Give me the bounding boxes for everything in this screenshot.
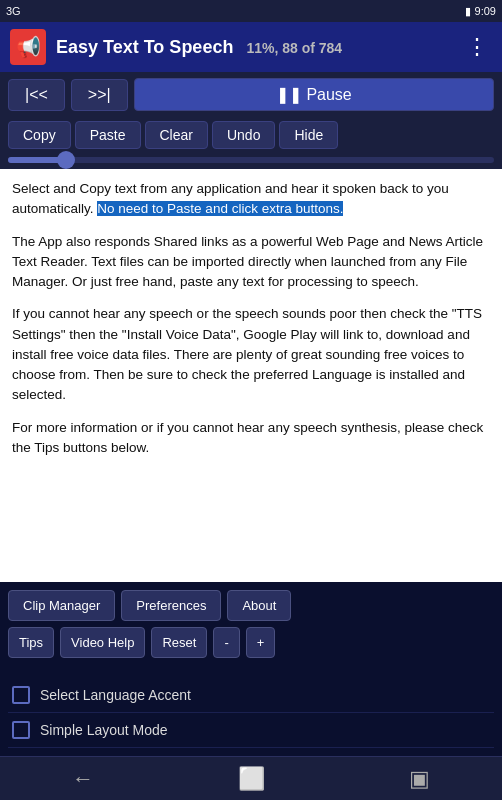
app-icon-emoji: 📢	[16, 35, 41, 59]
progress-info: 11%, 88 of 784	[246, 40, 342, 56]
undo-button[interactable]: Undo	[212, 121, 275, 149]
paragraph-1b-highlight: No need to Paste and click extra buttons…	[97, 201, 343, 216]
plus-button[interactable]: +	[246, 627, 276, 658]
pause-button[interactable]: ❚❚ Pause	[134, 78, 494, 111]
paragraph-1: Select and Copy text from any applicatio…	[12, 179, 490, 220]
button-row-2: Tips Video Help Reset - +	[8, 627, 494, 658]
app-icon: 📢	[10, 29, 46, 65]
preferences-button[interactable]: Preferences	[121, 590, 221, 621]
paragraph-2: The App also responds Shared links as a …	[12, 232, 490, 293]
language-checkbox-label: Select Language Accent	[40, 687, 191, 703]
status-bar: 3G ▮ 9:09	[0, 0, 502, 22]
forward-button[interactable]: >>|	[71, 79, 128, 111]
button-row-1: Clip Manager Preferences About	[8, 590, 494, 621]
clear-button[interactable]: Clear	[145, 121, 208, 149]
status-right: ▮ 9:09	[465, 5, 496, 18]
paragraph-3: If you cannot hear any speech or the spe…	[12, 304, 490, 405]
nav-bar: ← ⬜ ▣	[0, 756, 502, 800]
checkbox-item-simple-layout[interactable]: Simple Layout Mode	[8, 713, 494, 748]
app-title: Easy Text To Speech 11%, 88 of 784	[56, 37, 462, 58]
home-button[interactable]: ⬜	[218, 758, 285, 800]
progress-slider-container[interactable]	[0, 153, 502, 169]
video-help-button[interactable]: Video Help	[60, 627, 145, 658]
language-checkbox[interactable]	[12, 686, 30, 704]
time-display: 9:09	[475, 5, 496, 17]
tips-button[interactable]: Tips	[8, 627, 54, 658]
about-button[interactable]: About	[227, 590, 291, 621]
bottom-area: Clip Manager Preferences About Tips Vide…	[0, 582, 502, 674]
paste-button[interactable]: Paste	[75, 121, 141, 149]
recent-button[interactable]: ▣	[389, 758, 450, 800]
clip-manager-button[interactable]: Clip Manager	[8, 590, 115, 621]
main-content: Select and Copy text from any applicatio…	[0, 169, 502, 582]
hide-button[interactable]: Hide	[279, 121, 338, 149]
simple-layout-checkbox[interactable]	[12, 721, 30, 739]
signal-indicator: 3G	[6, 5, 21, 17]
copy-button[interactable]: Copy	[8, 121, 71, 149]
checkbox-item-language[interactable]: Select Language Accent	[8, 678, 494, 713]
menu-button[interactable]: ⋮	[462, 30, 492, 64]
slider-track[interactable]	[8, 157, 494, 163]
battery-icon: ▮	[465, 5, 471, 18]
slider-fill	[8, 157, 61, 163]
title-bar: 📢 Easy Text To Speech 11%, 88 of 784 ⋮	[0, 22, 502, 72]
back-button[interactable]: ←	[52, 758, 114, 800]
reset-button[interactable]: Reset	[151, 627, 207, 658]
transport-bar: |<< >>| ❚❚ Pause	[0, 72, 502, 117]
app-name: Easy Text To Speech	[56, 37, 233, 57]
simple-layout-checkbox-label: Simple Layout Mode	[40, 722, 168, 738]
minus-button[interactable]: -	[213, 627, 239, 658]
paragraph-4: For more information or if you cannot he…	[12, 418, 490, 459]
checkbox-section: Select Language Accent Simple Layout Mod…	[0, 674, 502, 756]
status-left: 3G	[6, 5, 465, 17]
action-bar: Copy Paste Clear Undo Hide	[0, 117, 502, 153]
slider-thumb[interactable]	[57, 151, 75, 169]
rewind-button[interactable]: |<<	[8, 79, 65, 111]
